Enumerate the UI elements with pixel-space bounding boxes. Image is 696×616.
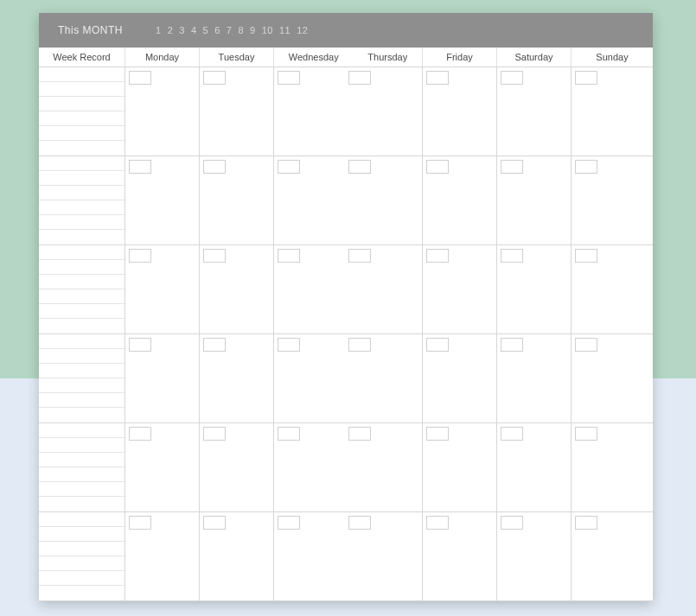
week-record-cell[interactable]	[39, 512, 125, 601]
day-cell-tue[interactable]	[200, 334, 274, 423]
date-box[interactable]	[203, 516, 226, 530]
day-cell-tue[interactable]	[200, 67, 274, 156]
month-num[interactable]: 1	[156, 25, 162, 35]
date-box[interactable]	[129, 338, 151, 352]
month-num[interactable]: 4	[191, 25, 197, 35]
date-box[interactable]	[129, 249, 151, 263]
day-cell-tue[interactable]	[200, 156, 274, 245]
month-num[interactable]: 10	[262, 25, 273, 35]
date-box[interactable]	[278, 249, 300, 263]
month-num[interactable]: 2	[168, 25, 174, 35]
day-cell-sat[interactable]	[497, 156, 571, 245]
date-box[interactable]	[129, 427, 151, 441]
date-box[interactable]	[203, 249, 226, 263]
day-cell-fri[interactable]	[423, 512, 497, 601]
date-box[interactable]	[348, 249, 371, 263]
day-cell-fri[interactable]	[423, 334, 497, 423]
day-cell-sat[interactable]	[497, 245, 571, 334]
day-cell-wed-thu[interactable]	[274, 67, 423, 156]
day-cell-mon[interactable]	[125, 245, 200, 334]
date-box[interactable]	[278, 71, 300, 85]
day-cell-wed-thu[interactable]	[274, 512, 423, 601]
week-record-cell[interactable]	[39, 156, 125, 245]
day-cell-wed-thu[interactable]	[274, 423, 423, 512]
date-box[interactable]	[348, 71, 371, 85]
day-cell-mon[interactable]	[125, 67, 200, 156]
month-num[interactable]: 11	[279, 25, 291, 35]
month-num[interactable]: 5	[203, 25, 209, 35]
month-num[interactable]: 8	[238, 25, 244, 35]
date-box[interactable]	[426, 160, 449, 174]
day-cell-sun[interactable]	[571, 67, 653, 156]
date-box[interactable]	[348, 516, 371, 530]
day-cell-wed-thu[interactable]	[274, 245, 423, 334]
date-box[interactable]	[501, 249, 523, 263]
column-headers: Week Record Monday Tuesday Wednesday Thu…	[39, 48, 653, 67]
date-box[interactable]	[575, 427, 597, 441]
date-box[interactable]	[278, 160, 300, 174]
day-cell-mon[interactable]	[125, 423, 200, 512]
day-cell-wed-thu[interactable]	[274, 334, 423, 423]
date-box[interactable]	[203, 160, 226, 174]
date-box[interactable]	[575, 516, 597, 530]
date-box[interactable]	[348, 160, 371, 174]
date-box[interactable]	[129, 160, 151, 174]
day-cell-fri[interactable]	[423, 67, 497, 156]
date-box[interactable]	[575, 160, 597, 174]
month-num[interactable]: 6	[214, 25, 220, 35]
day-cell-sat[interactable]	[497, 512, 571, 601]
date-box[interactable]	[501, 338, 523, 352]
day-cell-fri[interactable]	[423, 423, 497, 512]
week-record-cell[interactable]	[39, 67, 125, 156]
day-cell-mon[interactable]	[125, 512, 200, 601]
date-box[interactable]	[501, 427, 523, 441]
date-box[interactable]	[129, 516, 151, 530]
month-num[interactable]: 12	[297, 25, 308, 35]
day-cell-tue[interactable]	[200, 245, 274, 334]
date-box[interactable]	[348, 338, 371, 352]
date-box[interactable]	[575, 338, 597, 352]
day-cell-tue[interactable]	[200, 512, 274, 601]
date-box[interactable]	[501, 516, 523, 530]
date-box[interactable]	[501, 71, 523, 85]
date-box[interactable]	[203, 427, 226, 441]
day-cell-sat[interactable]	[497, 334, 571, 423]
date-box[interactable]	[575, 249, 597, 263]
col-week-record: Week Record	[39, 48, 125, 67]
date-box[interactable]	[129, 71, 151, 85]
date-box[interactable]	[501, 160, 523, 174]
day-cell-sun[interactable]	[571, 512, 653, 601]
calendar-body	[39, 67, 653, 601]
day-cell-sun[interactable]	[571, 156, 653, 245]
date-box[interactable]	[278, 516, 300, 530]
day-cell-wed-thu[interactable]	[274, 156, 423, 245]
month-num[interactable]: 9	[250, 25, 256, 35]
day-cell-fri[interactable]	[423, 156, 497, 245]
week-record-cell[interactable]	[39, 245, 125, 334]
date-box[interactable]	[278, 427, 300, 441]
day-cell-sun[interactable]	[571, 423, 653, 512]
date-box[interactable]	[426, 71, 449, 85]
week-record-cell[interactable]	[39, 334, 125, 423]
day-cell-tue[interactable]	[200, 423, 274, 512]
date-box[interactable]	[575, 71, 597, 85]
month-num[interactable]: 3	[179, 25, 185, 35]
date-box[interactable]	[426, 249, 449, 263]
week-record-cell[interactable]	[39, 423, 125, 512]
day-cell-mon[interactable]	[125, 156, 200, 245]
day-cell-mon[interactable]	[125, 334, 200, 423]
col-wed-thu: Wednesday Thursday	[274, 48, 423, 67]
date-box[interactable]	[426, 516, 449, 530]
day-cell-sat[interactable]	[497, 67, 571, 156]
month-num[interactable]: 7	[227, 25, 233, 35]
day-cell-sun[interactable]	[571, 334, 653, 423]
day-cell-sat[interactable]	[497, 423, 571, 512]
date-box[interactable]	[278, 338, 300, 352]
date-box[interactable]	[426, 427, 449, 441]
date-box[interactable]	[426, 338, 449, 352]
date-box[interactable]	[203, 71, 226, 85]
day-cell-sun[interactable]	[571, 245, 653, 334]
date-box[interactable]	[348, 427, 371, 441]
day-cell-fri[interactable]	[423, 245, 497, 334]
date-box[interactable]	[203, 338, 226, 352]
